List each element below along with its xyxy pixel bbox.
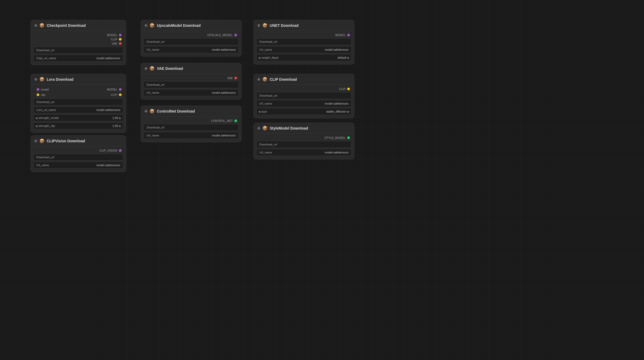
lora-header: 📦 Lora Download: [31, 74, 126, 85]
stylemodel-icon: 📦: [262, 126, 268, 131]
lora-name-label: Lora_url_name: [36, 108, 96, 112]
unet-model-dot: [347, 34, 350, 36]
controlnet-status-dot: [145, 110, 147, 113]
clipvision-node: 📦 CLIPVision Download CLIP_VISION Downlo…: [31, 135, 126, 172]
unet-weight-label: weight_dtype: [261, 56, 337, 59]
stylemodel-url-name[interactable]: Url_name model.safetensors: [256, 149, 351, 156]
controlnet-title: ControlNet Download: [157, 109, 238, 113]
checkpoint-vae-label: VAE: [112, 42, 117, 45]
unet-weight-dtype[interactable]: ◀ weight_dtype default ▶: [256, 54, 351, 61]
checkpoint-title: Checkpoint Download: [47, 23, 122, 28]
checkpoint-output-clip: CLIP: [33, 37, 123, 41]
lora-clip-output: CLIP: [111, 93, 122, 96]
clip-type-value: stable_diffusion: [326, 110, 346, 113]
upscale-url-label: Download_url: [147, 40, 236, 43]
lora-url-label: Download_url: [36, 100, 120, 104]
lora-strength-model-right[interactable]: ▶: [119, 117, 121, 119]
lora-status-dot: [35, 78, 37, 81]
vae-title: VAE Download: [157, 66, 238, 71]
vae-download-url[interactable]: Download_url: [144, 81, 239, 88]
vae-url-name[interactable]: Url_name model.safetensors: [144, 89, 239, 96]
clipvision-download-url[interactable]: Download_url: [33, 154, 123, 161]
lora-download-url[interactable]: Download_url: [33, 98, 123, 105]
vae-body: VAE Download_url Url_name model.safetens…: [141, 74, 241, 99]
lora-body: model MODEL clip CLIP Download_url: [31, 85, 126, 132]
controlnet-body: CONTROL_NET Download_url Url_name model.…: [141, 117, 241, 142]
clipvision-title: CLIPVision Download: [47, 139, 122, 143]
controlnet-output: CONTROL_NET: [144, 119, 239, 123]
lora-model-out-dot: [119, 88, 122, 91]
clip-title: CLIP Download: [270, 77, 350, 82]
upscale-node: 📦 UpscaleModel Download UPSCALE_MODEL Do…: [141, 20, 242, 57]
unet-weight-left[interactable]: ◀: [258, 56, 260, 59]
controlnet-name-label: Url_name: [147, 134, 212, 137]
lora-name-value: model.safetensors: [96, 108, 120, 112]
vae-output-label: VAE: [227, 76, 233, 80]
upscale-output: UPSCALE_MODEL: [144, 33, 239, 37]
lora-url-name[interactable]: Lora_url_name model.safetensors: [33, 106, 123, 113]
stylemodel-url-label: Download_url: [259, 143, 349, 146]
clip-type[interactable]: ◀ type stable_diffusion ▶: [256, 108, 351, 115]
clip-name-label: Url_name: [259, 102, 325, 105]
clip-output-label: CLIP: [339, 87, 346, 91]
clip-download-url[interactable]: Download_url: [256, 92, 351, 99]
stylemodel-title: StyleModel Download: [270, 126, 350, 130]
lora-strength-clip[interactable]: ◀ strength_clip 1.00 ▶: [33, 122, 123, 129]
checkpoint-url-label: Download_url: [36, 49, 120, 52]
unet-model-label: MODEL: [335, 33, 346, 37]
clipvision-header: 📦 CLIPVision Download: [31, 136, 126, 146]
lora-node: 📦 Lora Download model MODEL clip: [31, 74, 126, 133]
lora-strength-clip-value: 1.00: [110, 124, 118, 127]
upscale-download-url[interactable]: Download_url: [144, 38, 239, 45]
vae-header: 📦 VAE Download: [141, 63, 241, 74]
checkpoint-ckpt-value: model.safetensors: [96, 57, 120, 60]
unet-url-name[interactable]: Url_name model.safetensors: [256, 46, 351, 53]
unet-icon: 📦: [262, 23, 268, 28]
lora-title: Lora Download: [47, 77, 122, 82]
upscale-header: 📦 UpscaleModel Download: [141, 20, 241, 31]
clip-type-label: type: [261, 110, 325, 113]
clipvision-url-name[interactable]: Url_name model.safetensors: [33, 162, 123, 169]
unet-body: MODEL Download_url Url_name model.safete…: [254, 31, 354, 64]
controlnet-download-url[interactable]: Download_url: [144, 124, 239, 131]
controlnet-name-value: model.safetensors: [212, 134, 236, 137]
clip-type-right[interactable]: ▶: [347, 110, 350, 113]
unet-url-label: Download_url: [259, 40, 349, 43]
lora-strength-clip-left[interactable]: ◀: [35, 125, 37, 127]
stylemodel-output-dot: [347, 136, 350, 139]
unet-weight-right[interactable]: ▶: [347, 56, 350, 59]
unet-output-model: MODEL: [256, 33, 351, 37]
clip-output: CLIP: [256, 87, 351, 91]
checkpoint-download-url[interactable]: Download_url: [33, 47, 123, 54]
lora-clip-label: clip: [41, 93, 45, 96]
lora-model-label: model: [41, 88, 49, 91]
stylemodel-name-value: model.safetensors: [325, 151, 349, 154]
controlnet-url-name[interactable]: Url_name model.safetensors: [144, 132, 239, 139]
lora-strength-model-left[interactable]: ◀: [35, 117, 37, 119]
unet-title: UNET Download: [270, 23, 350, 28]
unet-status-dot: [257, 24, 260, 27]
lora-strength-model[interactable]: ◀ strength_model 1.00 ▶: [33, 114, 123, 121]
clipvision-url-label: Download_url: [36, 156, 120, 159]
vae-icon: 📦: [149, 66, 155, 71]
clipvision-output-dot: [119, 149, 122, 152]
unet-download-url[interactable]: Download_url: [256, 38, 351, 45]
clipvision-body: CLIP_VISION Download_url Url_name model.…: [31, 146, 126, 172]
unet-name-label: Url_name: [259, 48, 325, 51]
stylemodel-download-url[interactable]: Download_url: [256, 141, 351, 148]
lora-clip-out-label: CLIP: [111, 93, 117, 96]
upscale-icon: 📦: [149, 23, 155, 28]
vae-name-label: Url_name: [147, 91, 212, 94]
controlnet-url-label: Download_url: [147, 126, 236, 129]
upscale-url-name[interactable]: Url_name model.safetensors: [144, 46, 239, 53]
stylemodel-node: 📦 StyleModel Download STYLE_MODEL Downlo…: [254, 123, 354, 159]
checkpoint-url-name[interactable]: Ckpt_url_name model.safetensors: [33, 55, 123, 62]
upscale-title: UpscaleModel Download: [157, 23, 238, 28]
clip-url-name[interactable]: Url_name model.safetensors: [256, 100, 351, 107]
lora-model-output: MODEL: [107, 88, 122, 91]
checkpoint-clip-label: CLIP: [111, 38, 117, 41]
clip-type-left[interactable]: ◀: [258, 110, 260, 113]
checkpoint-vae-dot: [119, 42, 122, 45]
lora-strength-clip-right[interactable]: ▶: [119, 125, 121, 127]
clip-icon: 📦: [262, 77, 268, 82]
